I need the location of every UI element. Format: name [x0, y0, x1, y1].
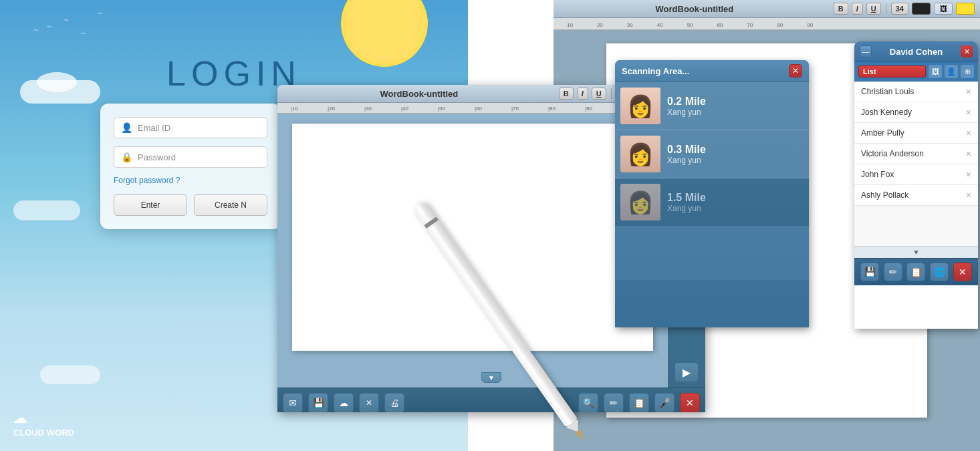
contact-name-christian: Christian Louis	[861, 87, 914, 96]
search-footer-btn[interactable]: 🔍	[578, 393, 598, 413]
contact-clipboard-btn[interactable]: 📋	[906, 263, 925, 281]
color-black-bg[interactable]	[912, 3, 931, 15]
distance-3: 1.5 Mile	[667, 192, 706, 204]
bird-icon: 〜	[64, 17, 69, 24]
italic-btn-bg[interactable]: I	[852, 3, 863, 15]
bold-btn[interactable]: B	[559, 88, 574, 100]
contact-panel: — David Cohen ✕ List 🖼 👤 ⊕ Christian Lou…	[854, 41, 978, 329]
distance-1: 0.2 Mile	[667, 96, 706, 108]
contact-list-empty	[854, 206, 978, 246]
person-card-1[interactable]: 👩 0.2 Mile Xang yun	[615, 82, 809, 130]
contact-pen-btn[interactable]: ✏	[884, 263, 902, 281]
contact-tab-indicator[interactable]: ▼	[854, 246, 978, 258]
close-scanning-btn[interactable]: ✕	[789, 64, 802, 78]
contact-panel-title: David Cohen	[872, 47, 961, 57]
document-canvas[interactable]	[277, 114, 668, 388]
contact-globe-btn[interactable]: 🌐	[930, 263, 949, 281]
nav-forward-arrow[interactable]: ▶	[675, 362, 699, 382]
remove-amber-btn[interactable]: ×	[966, 128, 971, 138]
font-size-bg[interactable]: 34	[891, 3, 908, 15]
contact-item-christian[interactable]: Christian Louis ×	[854, 82, 978, 102]
login-buttons: Enter Create N	[114, 194, 267, 216]
contact-item-john[interactable]: John Fox ×	[854, 164, 978, 185]
bird-icon: 〜	[97, 10, 102, 17]
email-field[interactable]: 👤 Email ID	[114, 117, 267, 138]
scanning-empty-area	[615, 227, 809, 280]
create-new-button[interactable]: Create N	[194, 194, 267, 216]
enter-button[interactable]: Enter	[114, 194, 187, 216]
bird-icon: 〜	[33, 27, 39, 34]
scanning-titlebar: Scanning Area... ✕	[615, 60, 809, 82]
close-footer-btn[interactable]: ✕	[680, 393, 700, 413]
password-field[interactable]: 🔒 Password	[114, 146, 267, 168]
clipboard-footer-btn[interactable]: 📋	[629, 393, 649, 413]
contact-item-josh[interactable]: Josh Kennedy ×	[854, 102, 978, 123]
forgot-password-link[interactable]: Forgot password ?	[114, 176, 267, 185]
contact-name-ashly: Ashly Pollack	[861, 190, 908, 200]
wordbook-footer: ✉ 💾 ☁ ✕ 🖨 🔍 ✏ 📋 🎤 ✕	[277, 388, 705, 412]
email-footer-btn[interactable]: ✉	[283, 393, 303, 413]
contact-item-victoria[interactable]: Victoria Anderson ×	[854, 144, 978, 164]
scanning-window: Scanning Area... ✕ 👩 0.2 Mile Xang yun 👩…	[615, 60, 809, 327]
contact-item-amber[interactable]: Amber Pully ×	[854, 123, 978, 144]
remove-ashly-btn[interactable]: ×	[966, 190, 971, 200]
underline-btn-bg[interactable]: U	[866, 3, 881, 15]
distance-2: 0.3 Mile	[667, 144, 706, 156]
person-info-2: 0.3 Mile Xang yun	[667, 144, 706, 165]
save-footer-btn[interactable]: 💾	[308, 393, 328, 413]
remove-john-btn[interactable]: ×	[966, 169, 971, 180]
underline-btn[interactable]: U	[592, 88, 606, 100]
contact-name-josh: Josh Kennedy	[861, 108, 912, 117]
cloud-footer-btn[interactable]: ☁	[334, 393, 354, 413]
contact-search-bar: List 🖼 👤 ⊕	[854, 62, 978, 82]
cancel-footer-btn[interactable]: ✕	[359, 393, 379, 413]
person-icon: 👤	[121, 122, 132, 133]
location-3: Xang yun	[667, 204, 706, 213]
contact-close-btn[interactable]: ✕	[953, 263, 972, 281]
toolbar-sep	[611, 88, 612, 99]
remove-josh-btn[interactable]: ×	[966, 107, 971, 118]
contact-panel-footer: 💾 ✏ 📋 🌐 ✕	[854, 258, 978, 285]
person-card-2[interactable]: 👩 0.3 Mile Xang yun	[615, 130, 809, 178]
login-form: 👤 Email ID 🔒 Password Forgot password ? …	[100, 104, 281, 229]
person-card-3[interactable]: 👩 1.5 Mile Xang yun	[615, 178, 809, 227]
minimize-contact-btn[interactable]: —	[860, 45, 872, 57]
mic-footer-btn[interactable]: 🎤	[654, 393, 675, 413]
contact-photo-icon[interactable]: 🖼	[929, 65, 942, 78]
contact-user-icon[interactable]: 👤	[945, 65, 958, 78]
lock-icon: 🔒	[121, 152, 132, 162]
document-page	[292, 124, 653, 351]
contact-item-ashly[interactable]: Ashly Pollack ×	[854, 185, 978, 206]
person-photo-3: 👩	[620, 184, 660, 220]
bold-btn-bg[interactable]: B	[834, 3, 848, 15]
bird-icon: 〜	[80, 30, 86, 37]
person-photo-1: 👩	[620, 88, 660, 124]
color-yellow-bg[interactable]	[956, 3, 975, 15]
image-btn-bg[interactable]: 🖼	[934, 3, 953, 15]
ruler-bg: 1020 3040 5060 7080 90	[554, 18, 980, 30]
wordbook-main-title: WordBook-untitled	[283, 89, 556, 99]
close-contact-btn[interactable]: ✕	[961, 45, 973, 57]
cloud-shape	[40, 365, 100, 384]
print-footer-btn[interactable]: 🖨	[384, 393, 404, 413]
bird-icon: 〜	[47, 23, 52, 31]
cloud-logo-icon: ☁	[13, 410, 74, 426]
remove-christian-btn[interactable]: ×	[966, 86, 971, 97]
italic-btn[interactable]: I	[577, 88, 588, 100]
cloud-shape	[37, 72, 77, 92]
contact-add-icon[interactable]: ⊕	[961, 65, 974, 78]
scanning-title: Scanning Area...	[622, 66, 789, 76]
remove-victoria-btn[interactable]: ×	[966, 148, 971, 159]
contact-search-input[interactable]: List	[858, 65, 926, 78]
person-photo-2: 👩	[620, 136, 660, 172]
email-placeholder: Email ID	[138, 123, 170, 133]
tab-down-arrow[interactable]: ▼	[481, 372, 501, 383]
location-2: Xang yun	[667, 156, 706, 165]
person-info-1: 0.2 Mile Xang yun	[667, 96, 706, 117]
logo-text: CLOUD WORD	[13, 428, 74, 438]
location-1: Xang yun	[667, 108, 706, 117]
contact-name-amber: Amber Pully	[861, 128, 904, 138]
contact-save-btn[interactable]: 💾	[860, 263, 879, 281]
contact-name-john: John Fox	[861, 170, 894, 179]
pen-footer-btn[interactable]: ✏	[604, 393, 624, 413]
